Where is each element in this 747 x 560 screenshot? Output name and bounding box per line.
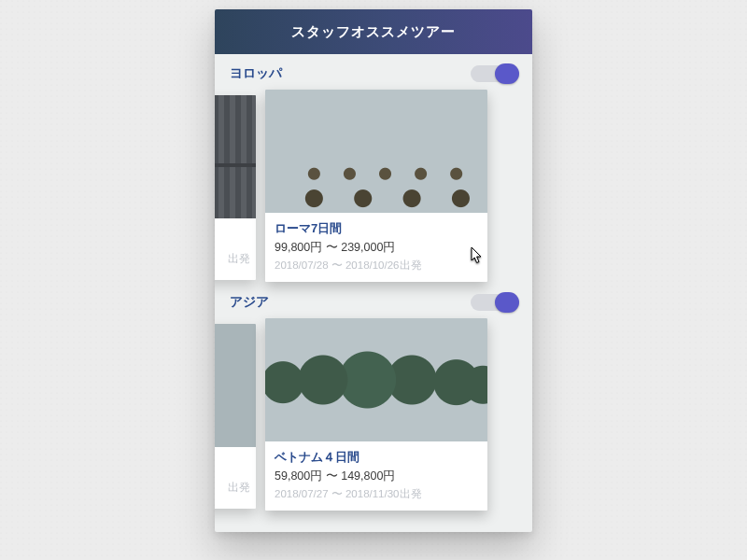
tour-title: ベトナム４日間 bbox=[275, 449, 478, 466]
tour-image bbox=[265, 318, 487, 441]
asia-toggle[interactable] bbox=[471, 294, 517, 311]
tour-price: 59,800円 〜 149,800円 bbox=[275, 469, 478, 484]
section-head: アジア bbox=[230, 294, 517, 311]
toggle-knob-icon bbox=[495, 63, 519, 84]
tour-card[interactable]: ベトナム４日間 59,800円 〜 149,800円 2018/07/27 〜 … bbox=[265, 318, 487, 511]
tour-dates: 2018/07/27 〜 2018/11/30出発 bbox=[275, 487, 478, 501]
tour-dates: 出発 bbox=[215, 481, 250, 495]
tour-card-body: 出発 bbox=[215, 447, 256, 504]
tour-title: ローマ7日間 bbox=[275, 220, 478, 237]
section-title: ヨロッパ bbox=[230, 65, 282, 82]
europe-carousel[interactable]: 出発 ローマ7日間 99,800円 〜 239,000円 2018/07/28 … bbox=[230, 90, 517, 290]
app-frame: スタッフオススメツアー ヨロッパ 出発 ローマ7日 bbox=[215, 9, 532, 532]
asia-carousel[interactable]: 出発 ベトナム４日間 59,800円 〜 149,800円 2018/07/27… bbox=[230, 318, 517, 519]
tour-price: 99,800円 〜 239,000円 bbox=[275, 240, 478, 256]
tour-card-peek[interactable]: 出発 bbox=[215, 95, 256, 280]
tour-dates: 出発 bbox=[215, 252, 250, 266]
tour-image bbox=[215, 324, 256, 447]
tour-card-body: 出発 bbox=[215, 218, 256, 275]
tour-card-body: ベトナム４日間 59,800円 〜 149,800円 2018/07/27 〜 … bbox=[265, 441, 487, 511]
tour-dates: 2018/07/28 〜 2018/10/26出発 bbox=[275, 259, 478, 273]
tour-image bbox=[265, 90, 487, 213]
europe-toggle[interactable] bbox=[471, 65, 517, 82]
tour-card-peek[interactable]: 出発 bbox=[215, 324, 256, 509]
section-title: アジア bbox=[230, 294, 269, 311]
section-europe: ヨロッパ 出発 ローマ7日間 99,800円 〜 239,000円 bbox=[215, 54, 532, 290]
tour-card-body: ローマ7日間 99,800円 〜 239,000円 2018/07/28 〜 2… bbox=[265, 213, 487, 282]
toggle-knob-icon bbox=[495, 292, 519, 313]
section-head: ヨロッパ bbox=[230, 65, 517, 82]
tour-image bbox=[215, 95, 256, 218]
section-asia: アジア 出発 ベトナム４日間 59,800円 〜 149,800円 201 bbox=[215, 290, 532, 519]
tour-card[interactable]: ローマ7日間 99,800円 〜 239,000円 2018/07/28 〜 2… bbox=[265, 90, 487, 282]
page-title: スタッフオススメツアー bbox=[215, 9, 532, 54]
